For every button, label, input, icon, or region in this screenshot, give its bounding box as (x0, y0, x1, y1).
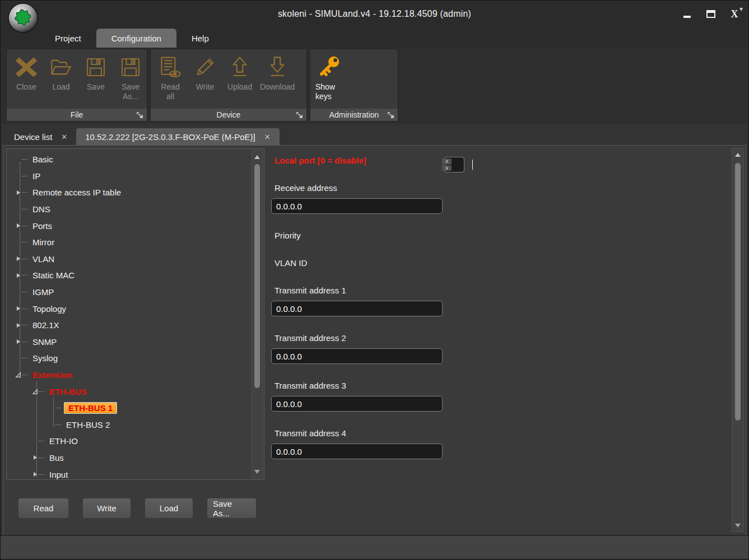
ribbon-button-load[interactable]: Load (44, 52, 78, 102)
read-button[interactable]: Read (18, 498, 69, 519)
tab-list-dropdown-icon[interactable]: ▾ (739, 5, 743, 13)
tree-collapsed-arrow-icon[interactable] (31, 472, 39, 477)
window-title: skoleni - SIMULand.v4 - 19.12.18.4509 (a… (1, 9, 748, 19)
tree-item-ports[interactable]: Ports (7, 217, 250, 234)
window-controls: X (682, 10, 739, 18)
menu-tab-help[interactable]: Help (176, 29, 224, 48)
dialog-launcher-icon[interactable] (387, 111, 395, 119)
menu-bar: ProjectConfigurationHelp (1, 29, 748, 48)
tree-item-basic[interactable]: Basic (7, 151, 250, 168)
field-local-port-0-disable: Local port [0 = disable] ∧ ∨ (271, 155, 456, 166)
tree-item-802-1x[interactable]: 802.1X (7, 317, 250, 334)
write-pencil-icon (193, 53, 217, 82)
tree-item-topology[interactable]: Topology (7, 300, 250, 317)
save-as-floppy-icon (119, 53, 142, 82)
ribbon-button-show-keys[interactable]: Show keys (313, 52, 347, 102)
spin-up-icon[interactable]: ∧ (442, 158, 452, 165)
menu-tab-project[interactable]: Project (40, 29, 96, 48)
ribbon: Close Load Save Save As... File Read all… (1, 48, 748, 124)
tree-collapsed-arrow-icon[interactable] (15, 323, 22, 328)
spin-down-icon[interactable]: ∨ (442, 165, 452, 171)
tree-collapsed-arrow-icon[interactable] (15, 306, 22, 311)
ribbon-button-save[interactable]: Save (78, 52, 113, 102)
tab-close-icon[interactable]: ✕ (264, 133, 271, 141)
minimize-icon[interactable] (682, 10, 692, 18)
field-transmit-address-1: Transmit address 1 (271, 285, 456, 316)
upload-arrow-icon (228, 53, 252, 82)
scroll-down-icon[interactable] (252, 466, 262, 477)
tree-item-remote-access-ip-table[interactable]: Remote access IP table (7, 184, 250, 201)
tree-item-eth-bus[interactable]: ETH-BUS (7, 383, 250, 400)
tree-scrollbar-thumb[interactable] (254, 164, 260, 388)
tree-item-bus[interactable]: Bus (7, 450, 250, 466)
transmit-address-2-input[interactable] (271, 348, 443, 364)
maximize-icon[interactable] (706, 10, 716, 18)
field-priority: Priority ∧ ∨ (271, 230, 456, 241)
transmit-address-4-input[interactable] (271, 444, 443, 459)
tree-item-syslog[interactable]: Syslog (7, 350, 250, 367)
document-tab-10-52-2-222-2g-2s-0-3-f-box-poe-m-poe[interactable]: 10.52.2.222 [2G-2S.0.3.F-BOX-PoE (M-PoE)… (76, 128, 279, 145)
scroll-up-icon[interactable] (252, 152, 262, 162)
tree-item-extension[interactable]: Extension (7, 367, 250, 384)
receive-address-input[interactable] (271, 198, 443, 214)
ribbon-button-save-as[interactable]: Save As... (113, 52, 148, 102)
load-button[interactable]: Load (145, 498, 193, 519)
tree-item-eth-bus-2[interactable]: ETH-BUS 2 (7, 417, 250, 433)
tree-collapsed-arrow-icon[interactable] (15, 256, 22, 261)
tree-collapsed-arrow-icon[interactable] (15, 339, 22, 344)
close-window-icon[interactable]: X (729, 10, 739, 18)
form-scrollbar[interactable] (732, 148, 744, 532)
ribbon-button-read-all[interactable]: Read all (153, 52, 188, 102)
transmit-address-1-input[interactable] (271, 301, 443, 316)
tree-item-eth-bus-1[interactable]: ETH-BUS 1 (7, 400, 250, 417)
download-arrow-icon (266, 53, 289, 82)
tree-item-input[interactable]: Input (7, 466, 250, 480)
document-tab-bar: Device list ✕ 10.52.2.222 [2G-2S.0.3.F-B… (1, 128, 748, 145)
spinner-buttons: ∧ ∨ (442, 158, 452, 171)
tree-collapsed-arrow-icon[interactable] (15, 223, 22, 228)
titlebar: skoleni - SIMULand.v4 - 19.12.18.4509 (a… (1, 1, 748, 29)
write-button[interactable]: Write (82, 498, 131, 519)
transmit-address-3-input[interactable] (271, 396, 443, 412)
tab-close-icon[interactable]: ✕ (61, 133, 67, 141)
tree-scrollbar[interactable] (252, 150, 263, 478)
scroll-down-icon[interactable] (732, 520, 743, 530)
save-as-button[interactable]: Save As... (207, 498, 257, 519)
field-transmit-address-3: Transmit address 3 (271, 380, 456, 412)
content-frame: Basic IP Remote access IP table DNS Port… (3, 145, 746, 536)
tree-collapsed-arrow-icon[interactable] (31, 455, 39, 460)
document-tab-device-list[interactable]: Device list ✕ (5, 128, 76, 145)
tree-collapsed-arrow-icon[interactable] (15, 273, 22, 278)
tree-item-snmp[interactable]: SNMP (7, 334, 250, 351)
scroll-up-icon[interactable] (732, 150, 743, 160)
ribbon-group-device: Read all Write Upload Download Device (150, 49, 307, 122)
ribbon-button-upload[interactable]: Upload (222, 52, 257, 102)
tree-item-static-mac[interactable]: Static MAC (7, 267, 250, 284)
menu-tab-configuration[interactable]: Configuration (96, 29, 176, 48)
ribbon-button-close[interactable]: Close (9, 52, 44, 102)
text-caret (472, 160, 473, 170)
tree-collapsed-arrow-icon[interactable] (15, 190, 22, 195)
status-bar (1, 536, 748, 558)
eth-bus-settings-form: Local port [0 = disable] ∧ ∨ Receive add… (271, 155, 456, 475)
field-vlan-id: VLAN ID ∧ ∨ (271, 258, 456, 269)
tree-item-mirror[interactable]: Mirror (7, 234, 250, 251)
dialog-launcher-icon[interactable] (136, 111, 144, 119)
folder-open-icon (49, 53, 73, 82)
tree-expanded-arrow-icon[interactable] (31, 389, 39, 395)
form-scrollbar-thumb[interactable] (735, 163, 741, 421)
field-receive-address: Receive address (271, 183, 456, 214)
ribbon-button-write[interactable]: Write (188, 52, 222, 102)
tree-expanded-arrow-icon[interactable] (15, 372, 22, 378)
config-tree-panel: Basic IP Remote access IP table DNS Port… (6, 148, 264, 480)
tree-item-eth-io[interactable]: ETH-IO (7, 433, 250, 450)
show-keys-icon (317, 53, 343, 82)
close-x-icon (15, 53, 38, 82)
ribbon-button-download[interactable]: Download (257, 52, 297, 102)
tree-item-ip[interactable]: IP (7, 168, 250, 185)
ribbon-group-file: Close Load Save Save As... File (6, 49, 147, 122)
tree-item-vlan[interactable]: VLAN (7, 251, 250, 268)
tree-item-dns[interactable]: DNS (7, 201, 250, 218)
tree-item-igmp[interactable]: IGMP (7, 284, 250, 301)
dialog-launcher-icon[interactable] (296, 111, 304, 119)
